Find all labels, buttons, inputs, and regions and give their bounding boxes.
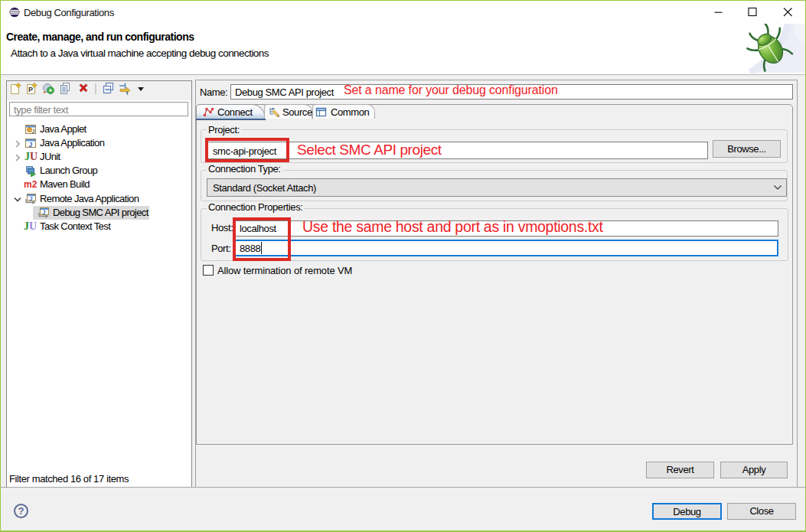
svg-text:J: J <box>42 208 45 215</box>
svg-text:P: P <box>28 86 33 93</box>
svg-text:J: J <box>28 140 32 148</box>
svg-text:J: J <box>29 194 32 201</box>
svg-text:J: J <box>31 128 34 133</box>
